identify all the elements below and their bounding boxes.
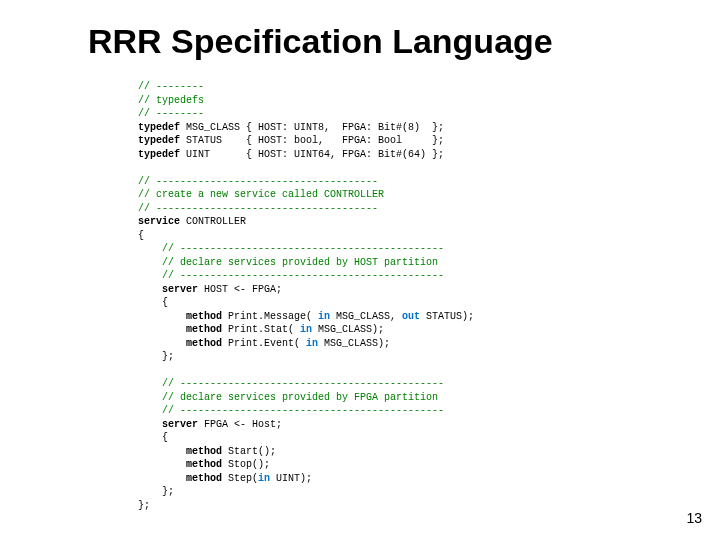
code-text: HOST <- FPGA; (198, 284, 282, 295)
code-text: MSG_CLASS); (318, 338, 390, 349)
indent (138, 473, 186, 484)
keyword-method: method (186, 338, 222, 349)
comment: // ------------------------------------- (138, 176, 378, 187)
code-text: FPGA <- Host; (198, 419, 282, 430)
indent (138, 311, 186, 322)
indent (138, 284, 162, 295)
keyword-in: in (318, 311, 330, 322)
brace: { (138, 230, 144, 241)
page-number: 13 (686, 510, 702, 526)
code-block: // -------- // typedefs // -------- type… (138, 80, 638, 512)
keyword-server: server (162, 284, 198, 295)
brace: }; (138, 500, 150, 511)
comment: // ------------------------------------- (138, 203, 378, 214)
code-text: STATUS); (420, 311, 474, 322)
comment: // -------------------------------------… (138, 243, 444, 254)
comment: // declare services provided by FPGA par… (138, 392, 438, 403)
keyword-method: method (186, 446, 222, 457)
keyword-in: in (306, 338, 318, 349)
comment: // create a new service called CONTROLLE… (138, 189, 384, 200)
code-text: Print.Event( (222, 338, 306, 349)
keyword-in: in (300, 324, 312, 335)
indent (138, 459, 186, 470)
keyword-method: method (186, 324, 222, 335)
indent (138, 419, 162, 430)
keyword-in: in (258, 473, 270, 484)
comment: // -------------------------------------… (138, 270, 444, 281)
code-text: Start(); (222, 446, 276, 457)
comment: // -------------------------------------… (138, 378, 444, 389)
code-text: MSG_CLASS { HOST: UINT8, FPGA: Bit#(8) }… (180, 122, 444, 133)
keyword-method: method (186, 311, 222, 322)
indent (138, 324, 186, 335)
comment: // declare services provided by HOST par… (138, 257, 438, 268)
comment: // typedefs (138, 95, 204, 106)
keyword-service: service (138, 216, 180, 227)
blank-line (138, 162, 144, 173)
keyword-typedef: typedef (138, 122, 180, 133)
blank-line (138, 365, 144, 376)
code-text: Print.Stat( (222, 324, 300, 335)
comment: // -------------------------------------… (138, 405, 444, 416)
page-title: RRR Specification Language (0, 0, 720, 61)
code-text: UINT); (270, 473, 312, 484)
indent (138, 338, 186, 349)
slide: RRR Specification Language // -------- /… (0, 0, 720, 540)
keyword-typedef: typedef (138, 149, 180, 160)
brace: }; (138, 351, 174, 362)
code-text: STATUS { HOST: bool, FPGA: Bool }; (180, 135, 444, 146)
keyword-out: out (402, 311, 420, 322)
comment: // -------- (138, 81, 204, 92)
brace: }; (138, 486, 174, 497)
brace: { (138, 432, 168, 443)
code-text: Print.Message( (222, 311, 318, 322)
comment: // -------- (138, 108, 204, 119)
indent (138, 446, 186, 457)
keyword-method: method (186, 459, 222, 470)
code-text: MSG_CLASS); (312, 324, 384, 335)
code-text: MSG_CLASS, (330, 311, 402, 322)
keyword-method: method (186, 473, 222, 484)
code-text: Stop(); (222, 459, 270, 470)
code-text: Step( (222, 473, 258, 484)
code-text: UINT { HOST: UINT64, FPGA: Bit#(64) }; (180, 149, 444, 160)
brace: { (138, 297, 168, 308)
keyword-server: server (162, 419, 198, 430)
keyword-typedef: typedef (138, 135, 180, 146)
code-text: CONTROLLER (180, 216, 246, 227)
